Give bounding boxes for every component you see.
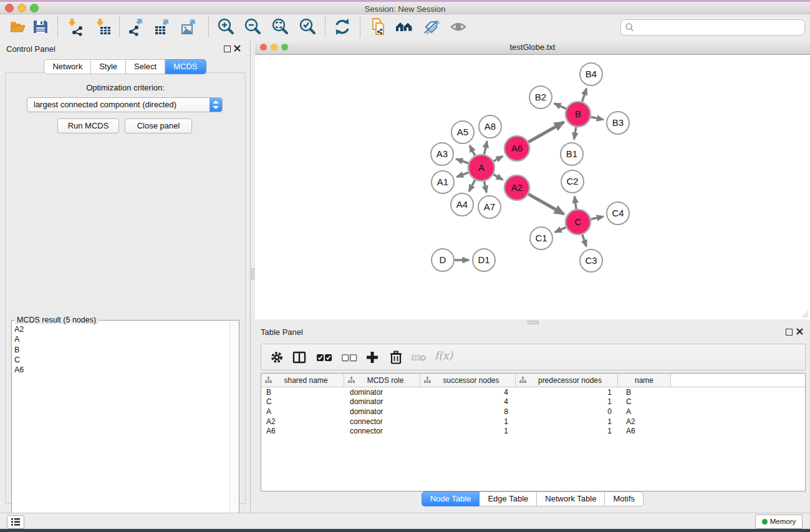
edge-B-B1[interactable]	[574, 127, 576, 140]
tab-select[interactable]: Select	[126, 59, 165, 74]
table-cell[interactable]: connector	[344, 417, 420, 426]
bird-eye-view-icon[interactable]	[450, 17, 468, 36]
node-A3[interactable]: A3	[431, 143, 453, 165]
edge-A-A4[interactable]	[469, 180, 475, 191]
edge-B-B3[interactable]	[591, 117, 604, 119]
node-D1[interactable]: D1	[473, 249, 495, 271]
node-C3[interactable]: C3	[580, 249, 602, 272]
edge-B-B2[interactable]	[554, 104, 566, 109]
node-A1[interactable]: A1	[432, 171, 454, 193]
table-row[interactable]: Bdominator41B	[261, 387, 805, 397]
node-B3[interactable]: B3	[607, 112, 629, 134]
table-cell[interactable]: A2	[618, 417, 671, 426]
node-A2[interactable]: A2	[504, 175, 529, 200]
memory-button[interactable]: Memory	[755, 515, 803, 529]
table-float-panel-icon[interactable]	[786, 329, 793, 336]
edge-A2-C[interactable]	[528, 194, 564, 214]
result-item[interactable]: A2	[14, 324, 229, 334]
column-header-predecessor-nodes[interactable]: predecessor nodes	[516, 374, 618, 387]
refresh-icon[interactable]	[333, 17, 352, 36]
result-item[interactable]: A6	[14, 365, 229, 375]
add-column-icon[interactable]	[365, 350, 380, 365]
table-cell[interactable]: A6	[618, 427, 671, 435]
table-row[interactable]: A2connector11A2	[261, 417, 805, 427]
import-table-icon[interactable]	[94, 17, 113, 36]
table-cell[interactable]: 1	[420, 417, 516, 426]
table-cell[interactable]: C	[261, 397, 344, 406]
import-network-icon[interactable]	[66, 17, 85, 36]
table-row[interactable]: Adominator80A	[261, 407, 805, 417]
table-row[interactable]: Cdominator41C	[261, 397, 805, 407]
node-table[interactable]: shared nameMCDS rolesuccessor nodesprede…	[261, 373, 806, 491]
table-cell[interactable]: A	[261, 407, 344, 416]
edge-C-C1[interactable]	[555, 227, 566, 232]
result-item[interactable]: B	[14, 345, 229, 355]
criterion-dropdown[interactable]: largest connected component (directed)	[27, 97, 223, 112]
zoom-fit-icon[interactable]	[271, 17, 289, 36]
tab-network-table[interactable]: Network Table	[537, 491, 605, 506]
result-item[interactable]: C	[14, 355, 229, 365]
node-table-body[interactable]: Bdominator41BCdominator41CAdominator80AA…	[261, 387, 805, 436]
table-cell[interactable]: B	[618, 388, 671, 397]
edge-C-C2[interactable]	[574, 196, 576, 209]
table-row[interactable]: A6connector11A6	[261, 426, 805, 436]
table-close-panel-icon[interactable]	[796, 328, 803, 335]
edge-A-A6[interactable]	[493, 156, 503, 161]
zoom-in-icon[interactable]	[216, 17, 235, 36]
edge-A-A7[interactable]	[484, 181, 486, 193]
table-cell[interactable]: A6	[261, 427, 344, 435]
hide-labels-icon[interactable]	[422, 17, 441, 36]
table-cell[interactable]: dominator	[344, 397, 420, 406]
select-all-columns-icon[interactable]	[316, 350, 331, 365]
table-cell[interactable]: 1	[516, 427, 618, 435]
node-A[interactable]: A	[468, 155, 494, 181]
node-D[interactable]: D	[432, 249, 454, 271]
table-cell[interactable]: A	[618, 407, 671, 416]
table-cell[interactable]: B	[261, 388, 344, 397]
float-panel-icon[interactable]	[224, 46, 231, 52]
node-C4[interactable]: C4	[607, 202, 629, 225]
table-cell[interactable]: 1	[516, 397, 618, 406]
split-panel-icon[interactable]	[292, 350, 307, 365]
tab-motifs[interactable]: Motifs	[605, 491, 644, 506]
open-file-icon[interactable]	[9, 17, 27, 36]
column-header-shared-name[interactable]: shared name	[261, 374, 344, 387]
tab-edge-table[interactable]: Edge Table	[480, 491, 537, 506]
zoom-selected-icon[interactable]	[298, 17, 317, 36]
node-A7[interactable]: A7	[478, 196, 501, 218]
mcds-result-list[interactable]: A2ABCA6	[14, 324, 229, 530]
resize-grip-icon[interactable]	[801, 310, 809, 318]
result-item[interactable]: A	[14, 334, 229, 344]
column-header-name[interactable]: name	[618, 374, 671, 387]
edge-C-C4[interactable]	[591, 216, 604, 219]
task-history-button[interactable]	[7, 515, 24, 529]
table-cell[interactable]: 4	[420, 397, 516, 406]
table-cell[interactable]: 1	[516, 388, 618, 397]
duplicate-network-icon[interactable]	[369, 17, 388, 36]
node-B1[interactable]: B1	[561, 143, 583, 165]
run-mcds-button[interactable]: Run MCDS	[57, 118, 119, 133]
edge-A-A1[interactable]	[457, 173, 469, 177]
export-network-icon[interactable]	[127, 17, 146, 36]
table-cell[interactable]: 0	[516, 407, 618, 416]
tab-style[interactable]: Style	[91, 59, 126, 74]
table-cell[interactable]: 1	[516, 417, 618, 426]
node-C[interactable]: C	[566, 210, 591, 235]
node-A6[interactable]: A6	[504, 136, 529, 161]
table-cell[interactable]: dominator	[344, 407, 420, 416]
table-cell[interactable]: 1	[420, 427, 516, 435]
table-cell[interactable]: 8	[420, 407, 516, 416]
horizontal-splitter[interactable]	[255, 319, 810, 324]
table-cell[interactable]: 4	[420, 388, 516, 397]
column-header-MCDS-role[interactable]: MCDS role	[344, 374, 420, 387]
network-frame-titlebar[interactable]: testGlobe.txt	[255, 40, 810, 55]
node-B[interactable]: B	[566, 102, 591, 127]
cybrowser-home-icon[interactable]	[395, 17, 413, 36]
result-scrollbar[interactable]	[229, 321, 238, 530]
tab-network[interactable]: Network	[44, 59, 91, 74]
search-field[interactable]	[620, 19, 805, 36]
export-image-icon[interactable]	[180, 17, 199, 36]
tab-mcds[interactable]: MCDS	[165, 59, 206, 74]
edge-A6-B[interactable]	[528, 122, 564, 142]
edge-A-A8[interactable]	[485, 141, 487, 154]
